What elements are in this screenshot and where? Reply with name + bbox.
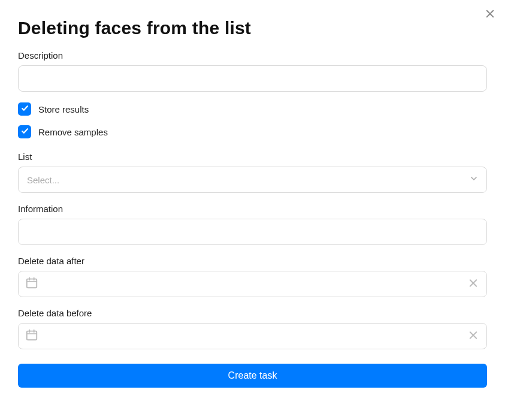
clear-icon	[468, 282, 479, 291]
modal-dialog: Deleting faces from the list Description…	[0, 0, 505, 406]
list-placeholder: Select...	[27, 175, 59, 185]
check-icon	[21, 104, 29, 114]
store-results-label: Store results	[38, 104, 89, 114]
create-task-button[interactable]: Create task	[18, 364, 487, 388]
list-select[interactable]: Select...	[18, 167, 487, 193]
information-label: Information	[18, 204, 487, 214]
delete-after-group: Delete data after	[18, 256, 487, 297]
list-select-wrapper: Select...	[18, 167, 487, 193]
list-group: List Select...	[18, 152, 487, 193]
information-group: Information	[18, 204, 487, 245]
check-icon	[21, 126, 29, 137]
information-input[interactable]	[18, 219, 487, 245]
delete-after-label: Delete data after	[18, 256, 487, 266]
list-label: List	[18, 152, 487, 162]
remove-samples-row: Remove samples	[18, 125, 487, 138]
close-icon	[485, 8, 495, 19]
clear-icon	[468, 334, 479, 343]
description-input[interactable]	[18, 65, 487, 92]
delete-before-label: Delete data before	[18, 308, 487, 318]
close-button[interactable]	[482, 6, 498, 22]
delete-after-clear-button[interactable]	[467, 277, 480, 292]
delete-before-group: Delete data before	[18, 308, 487, 349]
store-results-checkbox[interactable]	[18, 102, 31, 116]
description-label: Description	[18, 50, 487, 61]
remove-samples-checkbox[interactable]	[18, 125, 31, 138]
modal-title: Deleting faces from the list	[18, 18, 487, 38]
store-results-row: Store results	[18, 102, 487, 116]
description-group: Description	[18, 50, 487, 92]
delete-before-input[interactable]	[18, 323, 487, 349]
delete-before-clear-button[interactable]	[467, 329, 480, 344]
delete-after-wrapper	[18, 271, 487, 297]
remove-samples-label: Remove samples	[38, 127, 108, 137]
delete-before-wrapper	[18, 323, 487, 349]
delete-after-input[interactable]	[18, 271, 487, 297]
